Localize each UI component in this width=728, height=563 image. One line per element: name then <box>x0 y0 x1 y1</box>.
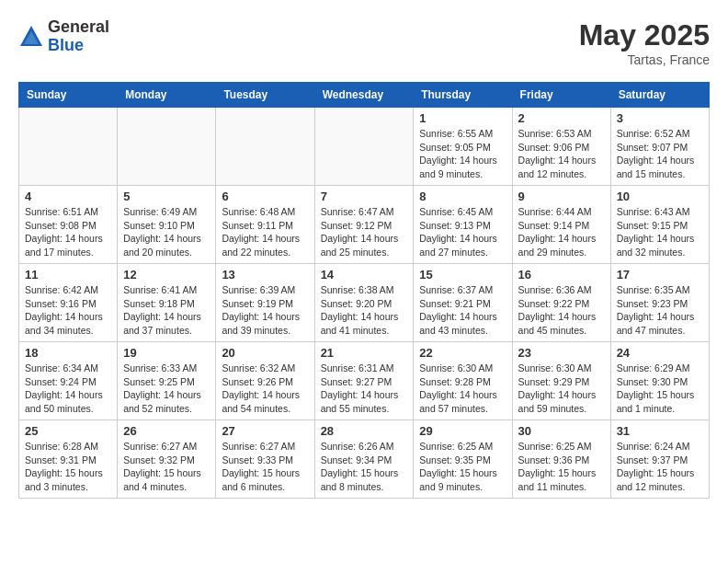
calendar-cell: 20Sunrise: 6:32 AM Sunset: 9:26 PM Dayli… <box>216 342 314 420</box>
calendar-cell: 19Sunrise: 6:33 AM Sunset: 9:25 PM Dayli… <box>118 342 216 420</box>
calendar-cell: 2Sunrise: 6:53 AM Sunset: 9:06 PM Daylig… <box>512 108 610 186</box>
day-info: Sunrise: 6:24 AM Sunset: 9:37 PM Dayligh… <box>617 440 703 494</box>
day-number: 1 <box>419 111 506 125</box>
calendar-cell: 26Sunrise: 6:27 AM Sunset: 9:32 PM Dayli… <box>118 420 216 499</box>
logo: General Blue <box>18 18 109 55</box>
calendar-cell: 18Sunrise: 6:34 AM Sunset: 9:24 PM Dayli… <box>19 342 118 420</box>
day-number: 20 <box>222 346 308 360</box>
day-number: 25 <box>25 424 111 438</box>
calendar-cell: 22Sunrise: 6:30 AM Sunset: 9:28 PM Dayli… <box>414 342 512 420</box>
calendar-body: 1Sunrise: 6:55 AM Sunset: 9:05 PM Daylig… <box>19 108 710 499</box>
calendar-cell: 10Sunrise: 6:43 AM Sunset: 9:15 PM Dayli… <box>610 186 709 264</box>
title-section: May 2025 Tartas, France <box>579 18 710 67</box>
day-info: Sunrise: 6:35 AM Sunset: 9:23 PM Dayligh… <box>617 283 703 338</box>
day-info: Sunrise: 6:44 AM Sunset: 9:14 PM Dayligh… <box>518 205 605 259</box>
month-title: May 2025 <box>579 18 710 52</box>
day-number: 18 <box>25 346 111 360</box>
day-number: 28 <box>321 424 408 438</box>
calendar-cell: 15Sunrise: 6:37 AM Sunset: 9:21 PM Dayli… <box>414 264 512 342</box>
day-number: 5 <box>123 190 210 203</box>
day-info: Sunrise: 6:27 AM Sunset: 9:32 PM Dayligh… <box>123 440 210 494</box>
logo-blue: Blue <box>48 37 109 55</box>
day-info: Sunrise: 6:31 AM Sunset: 9:27 PM Dayligh… <box>321 362 408 416</box>
week-row-1: 4Sunrise: 6:51 AM Sunset: 9:08 PM Daylig… <box>19 186 710 264</box>
day-info: Sunrise: 6:29 AM Sunset: 9:30 PM Dayligh… <box>617 362 703 416</box>
day-number: 7 <box>321 190 408 203</box>
day-info: Sunrise: 6:38 AM Sunset: 9:20 PM Dayligh… <box>321 283 408 338</box>
header-sunday: Sunday <box>19 83 118 108</box>
calendar-header: SundayMondayTuesdayWednesdayThursdayFrid… <box>19 83 710 108</box>
day-number: 24 <box>617 346 703 360</box>
day-info: Sunrise: 6:45 AM Sunset: 9:13 PM Dayligh… <box>419 205 506 259</box>
calendar-cell: 4Sunrise: 6:51 AM Sunset: 9:08 PM Daylig… <box>19 186 118 264</box>
day-info: Sunrise: 6:25 AM Sunset: 9:36 PM Dayligh… <box>518 440 605 494</box>
header-row: SundayMondayTuesdayWednesdayThursdayFrid… <box>19 83 710 108</box>
calendar-cell: 3Sunrise: 6:52 AM Sunset: 9:07 PM Daylig… <box>610 108 709 186</box>
calendar-cell: 1Sunrise: 6:55 AM Sunset: 9:05 PM Daylig… <box>414 108 512 186</box>
day-info: Sunrise: 6:39 AM Sunset: 9:19 PM Dayligh… <box>222 283 308 338</box>
location: Tartas, France <box>579 52 710 67</box>
day-number: 13 <box>222 268 308 282</box>
calendar-cell: 13Sunrise: 6:39 AM Sunset: 9:19 PM Dayli… <box>216 264 314 342</box>
header-thursday: Thursday <box>414 83 512 108</box>
day-number: 2 <box>518 111 605 125</box>
day-number: 4 <box>25 190 111 203</box>
day-info: Sunrise: 6:37 AM Sunset: 9:21 PM Dayligh… <box>419 283 506 338</box>
logo-general: General <box>48 18 109 37</box>
calendar-cell: 12Sunrise: 6:41 AM Sunset: 9:18 PM Dayli… <box>118 264 216 342</box>
week-row-0: 1Sunrise: 6:55 AM Sunset: 9:05 PM Daylig… <box>19 108 710 186</box>
day-info: Sunrise: 6:25 AM Sunset: 9:35 PM Dayligh… <box>419 440 506 494</box>
day-number: 29 <box>419 424 506 438</box>
calendar-cell: 31Sunrise: 6:24 AM Sunset: 9:37 PM Dayli… <box>610 420 709 499</box>
calendar-cell: 28Sunrise: 6:26 AM Sunset: 9:34 PM Dayli… <box>314 420 414 499</box>
day-number: 16 <box>518 268 605 282</box>
calendar-cell: 23Sunrise: 6:30 AM Sunset: 9:29 PM Dayli… <box>512 342 610 420</box>
day-info: Sunrise: 6:34 AM Sunset: 9:24 PM Dayligh… <box>25 362 111 416</box>
day-info: Sunrise: 6:49 AM Sunset: 9:10 PM Dayligh… <box>123 205 210 259</box>
day-info: Sunrise: 6:43 AM Sunset: 9:15 PM Dayligh… <box>617 205 703 259</box>
week-row-4: 25Sunrise: 6:28 AM Sunset: 9:31 PM Dayli… <box>19 420 710 499</box>
calendar-cell: 30Sunrise: 6:25 AM Sunset: 9:36 PM Dayli… <box>512 420 610 499</box>
calendar-table: SundayMondayTuesdayWednesdayThursdayFrid… <box>18 82 710 499</box>
day-info: Sunrise: 6:47 AM Sunset: 9:12 PM Dayligh… <box>321 205 408 259</box>
calendar-cell: 7Sunrise: 6:47 AM Sunset: 9:12 PM Daylig… <box>314 186 414 264</box>
day-number: 8 <box>419 190 506 203</box>
calendar-cell: 17Sunrise: 6:35 AM Sunset: 9:23 PM Dayli… <box>610 264 709 342</box>
calendar-cell: 27Sunrise: 6:27 AM Sunset: 9:33 PM Dayli… <box>216 420 314 499</box>
day-number: 6 <box>222 190 308 203</box>
header-friday: Friday <box>512 83 610 108</box>
header-wednesday: Wednesday <box>314 83 414 108</box>
calendar-cell: 6Sunrise: 6:48 AM Sunset: 9:11 PM Daylig… <box>216 186 314 264</box>
calendar-cell <box>118 108 216 186</box>
day-info: Sunrise: 6:28 AM Sunset: 9:31 PM Dayligh… <box>25 440 111 494</box>
day-number: 27 <box>222 424 308 438</box>
logo-icon <box>18 24 44 50</box>
header-saturday: Saturday <box>610 83 709 108</box>
calendar-cell <box>216 108 314 186</box>
day-info: Sunrise: 6:48 AM Sunset: 9:11 PM Dayligh… <box>222 205 308 259</box>
day-info: Sunrise: 6:52 AM Sunset: 9:07 PM Dayligh… <box>617 127 703 181</box>
day-number: 12 <box>123 268 210 282</box>
page-header: General Blue May 2025 Tartas, France <box>18 18 710 67</box>
calendar-cell <box>19 108 118 186</box>
day-number: 9 <box>518 190 605 203</box>
calendar-cell: 16Sunrise: 6:36 AM Sunset: 9:22 PM Dayli… <box>512 264 610 342</box>
calendar-cell: 29Sunrise: 6:25 AM Sunset: 9:35 PM Dayli… <box>414 420 512 499</box>
day-info: Sunrise: 6:33 AM Sunset: 9:25 PM Dayligh… <box>123 362 210 416</box>
week-row-2: 11Sunrise: 6:42 AM Sunset: 9:16 PM Dayli… <box>19 264 710 342</box>
day-info: Sunrise: 6:42 AM Sunset: 9:16 PM Dayligh… <box>25 283 111 338</box>
calendar-cell <box>314 108 414 186</box>
calendar-cell: 8Sunrise: 6:45 AM Sunset: 9:13 PM Daylig… <box>414 186 512 264</box>
day-info: Sunrise: 6:27 AM Sunset: 9:33 PM Dayligh… <box>222 440 308 494</box>
day-number: 11 <box>25 268 111 282</box>
day-info: Sunrise: 6:55 AM Sunset: 9:05 PM Dayligh… <box>419 127 506 181</box>
day-number: 10 <box>617 190 703 203</box>
day-number: 3 <box>617 111 703 125</box>
day-info: Sunrise: 6:51 AM Sunset: 9:08 PM Dayligh… <box>25 205 111 259</box>
day-info: Sunrise: 6:32 AM Sunset: 9:26 PM Dayligh… <box>222 362 308 416</box>
calendar-cell: 24Sunrise: 6:29 AM Sunset: 9:30 PM Dayli… <box>610 342 709 420</box>
day-number: 26 <box>123 424 210 438</box>
calendar-cell: 21Sunrise: 6:31 AM Sunset: 9:27 PM Dayli… <box>314 342 414 420</box>
logo-text: General Blue <box>48 18 109 55</box>
calendar-cell: 25Sunrise: 6:28 AM Sunset: 9:31 PM Dayli… <box>19 420 118 499</box>
